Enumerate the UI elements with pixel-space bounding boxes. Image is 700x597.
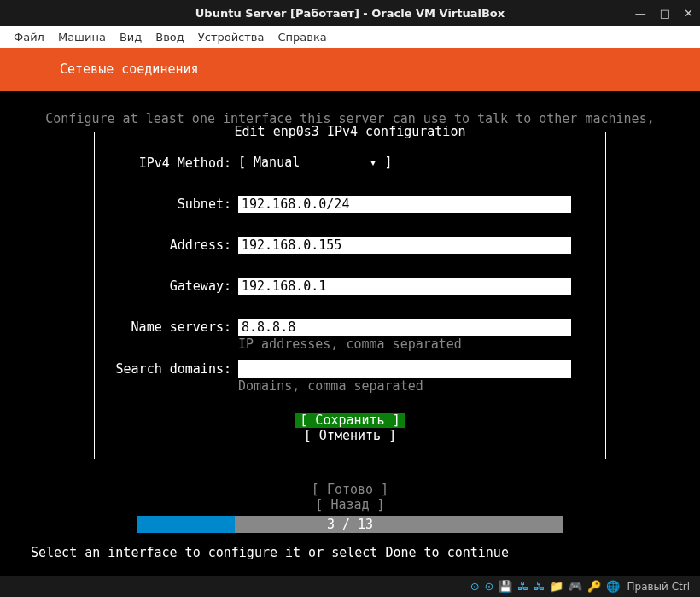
status-vrde-icon[interactable]: 🌐 xyxy=(606,581,620,592)
back-button[interactable]: [ Назад ] xyxy=(315,497,384,512)
status-record-icon[interactable]: 🔑 xyxy=(587,581,601,592)
method-dropdown[interactable]: [ Manual ] xyxy=(238,155,590,170)
status-optical-icon[interactable]: ⊙ xyxy=(485,581,494,592)
dialog-title: Edit enp0s3 IPv4 configuration xyxy=(230,124,471,139)
dialog-buttons: [ Сохранить ] [ Отменить ] xyxy=(110,413,590,443)
host-key-label: Правый Ctrl xyxy=(627,581,690,593)
vb-menubar: Файл Машина Вид Ввод Устройства Справка xyxy=(0,26,700,48)
address-row: Address: 192.168.0.155 xyxy=(110,237,590,254)
nameservers-label: Name servers: xyxy=(110,319,238,336)
status-floppy-icon[interactable]: 💾 xyxy=(499,581,512,592)
footer-help: Select an interface to configure it or s… xyxy=(0,545,700,560)
searchdomains-label: Search domains: xyxy=(110,360,238,378)
nameservers-input[interactable]: 8.8.8.8 xyxy=(238,319,571,336)
cancel-button[interactable]: [ Отменить ] xyxy=(304,428,396,443)
gateway-row: Gateway: 192.168.0.1 xyxy=(110,278,590,295)
installer-header-title: Сетевые соединения xyxy=(60,61,199,77)
status-harddisk-icon[interactable]: ⊙ xyxy=(470,581,480,592)
progress-text: 3 / 13 xyxy=(137,516,563,533)
ipv4-config-dialog: Edit enp0s3 IPv4 configuration IPv4 Meth… xyxy=(94,132,606,459)
address-label: Address: xyxy=(110,237,238,254)
vb-statusbar: ⊙ ⊙ 💾 🖧 🖧 📁 🎮 🔑 🌐 Правый Ctrl xyxy=(0,576,700,597)
done-button[interactable]: [ Готово ] xyxy=(312,482,388,497)
searchdomains-hint: Domains, comma separated xyxy=(238,378,590,394)
vb-titlebar: Ubuntu Server [Работает] - Oracle VM Vir… xyxy=(0,0,700,26)
installer-header: Сетевые соединения xyxy=(0,48,700,91)
vb-status-icons: ⊙ ⊙ 💾 🖧 🖧 📁 🎮 🔑 🌐 xyxy=(470,581,621,592)
menu-view[interactable]: Вид xyxy=(120,31,142,44)
method-label: IPv4 Method: xyxy=(110,155,238,172)
save-button[interactable]: [ Сохранить ] xyxy=(295,413,405,428)
progress-bar: 3 / 13 xyxy=(0,516,700,533)
method-value: Manual xyxy=(254,155,300,170)
menu-help[interactable]: Справка xyxy=(277,31,326,44)
status-shared-icon[interactable]: 📁 xyxy=(550,581,563,592)
subnet-input[interactable]: 192.168.0.0/24 xyxy=(238,196,571,213)
dialog-title-wrap: Edit enp0s3 IPv4 configuration xyxy=(95,124,605,139)
maximize-icon[interactable]: □ xyxy=(660,7,670,20)
searchdomains-input[interactable] xyxy=(238,360,571,378)
vb-window-controls: — □ ✕ xyxy=(635,0,693,26)
gateway-input[interactable]: 192.168.0.1 xyxy=(238,278,571,295)
searchdomains-row: Search domains: Domains, comma separated xyxy=(110,360,590,394)
close-icon[interactable]: ✕ xyxy=(684,7,693,20)
subnet-label: Subnet: xyxy=(110,196,238,213)
subnet-row: Subnet: 192.168.0.0/24 xyxy=(110,196,590,213)
menu-file[interactable]: Файл xyxy=(14,31,44,44)
menu-devices[interactable]: Устройства xyxy=(198,31,265,44)
menu-input[interactable]: Ввод xyxy=(155,31,184,44)
address-input[interactable]: 192.168.0.155 xyxy=(238,237,571,254)
status-usb-icon[interactable]: 🖧 xyxy=(534,581,545,592)
page-buttons: [ Готово ] [ Назад ] xyxy=(0,482,700,512)
method-row: IPv4 Method: [ Manual ] xyxy=(110,155,590,172)
minimize-icon[interactable]: — xyxy=(635,7,646,20)
nameservers-hint: IP addresses, comma separated xyxy=(238,336,590,352)
status-network-icon[interactable]: 🖧 xyxy=(517,581,528,592)
menu-machine[interactable]: Машина xyxy=(58,31,106,44)
chevron-down-icon xyxy=(370,155,377,170)
gateway-label: Gateway: xyxy=(110,278,238,295)
installer-screen: Сетевые соединения Configure at least on… xyxy=(0,48,700,576)
status-display-icon[interactable]: 🎮 xyxy=(569,581,582,592)
vb-window-title: Ubuntu Server [Работает] - Oracle VM Vir… xyxy=(195,7,505,20)
nameservers-row: Name servers: 8.8.8.8 IP addresses, comm… xyxy=(110,319,590,352)
